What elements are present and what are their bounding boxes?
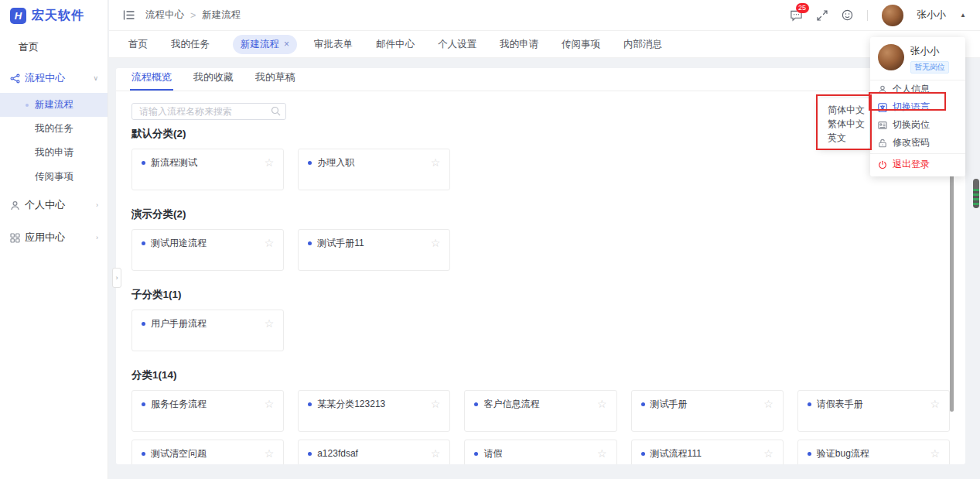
tab-mail-center[interactable]: 邮件中心 bbox=[376, 38, 415, 51]
header-actions: 25 张小小 ▲ bbox=[790, 5, 966, 26]
process-card[interactable]: 请假 ☆ bbox=[464, 440, 616, 464]
favorite-star-icon[interactable]: ☆ bbox=[265, 448, 275, 459]
favorite-star-icon[interactable]: ☆ bbox=[930, 448, 940, 459]
process-bullet-dot bbox=[142, 402, 145, 406]
breadcrumb-separator: > bbox=[190, 10, 196, 21]
tab-approval-forms[interactable]: 审批表单 bbox=[314, 38, 353, 51]
user-avatar[interactable] bbox=[882, 5, 903, 26]
subtab-process-overview[interactable]: 流程概览 bbox=[131, 70, 172, 91]
process-bullet-dot bbox=[308, 452, 312, 456]
lock-icon bbox=[878, 139, 887, 148]
tab-my-tasks[interactable]: 我的任务 bbox=[171, 38, 210, 51]
sidebar-item-new-process[interactable]: 新建流程 bbox=[0, 93, 108, 117]
user-name[interactable]: 张小小 bbox=[917, 9, 947, 22]
process-card[interactable]: 办理入职 ☆ bbox=[298, 149, 450, 190]
scrollbar-thumb[interactable] bbox=[950, 164, 954, 412]
tab-my-applications[interactable]: 我的申请 bbox=[500, 38, 538, 51]
process-card[interactable]: 测试手册 ☆ bbox=[631, 390, 784, 432]
user-avatar bbox=[878, 44, 904, 70]
process-bullet-dot bbox=[308, 161, 312, 165]
process-card[interactable]: 新流程测试 ☆ bbox=[131, 149, 284, 190]
subtab-my-favorites[interactable]: 我的收藏 bbox=[193, 70, 234, 91]
chevron-right-icon: › bbox=[96, 201, 98, 209]
menu-item-switch-language[interactable]: 切换语言 bbox=[870, 98, 965, 116]
process-bullet-dot bbox=[142, 241, 145, 245]
panel-collapse-handle[interactable]: › bbox=[112, 268, 121, 288]
process-card[interactable]: 客户信息流程 ☆ bbox=[464, 390, 616, 432]
menu-item-change-password[interactable]: 修改密码 bbox=[870, 134, 965, 152]
sidebar-item-circulated-items[interactable]: 传阅事项 bbox=[0, 165, 108, 189]
menu-divider bbox=[870, 153, 965, 154]
chevron-down-icon: ∨ bbox=[93, 74, 98, 82]
process-bullet-dot bbox=[641, 452, 645, 456]
sidebar-group-app-center[interactable]: 应用中心 › bbox=[0, 221, 108, 254]
main-area: 流程中心 > 新建流程 25 bbox=[109, 0, 980, 479]
tab-home[interactable]: 首页 bbox=[128, 38, 148, 51]
favorite-star-icon[interactable]: ☆ bbox=[265, 399, 275, 409]
category-section: 子分类1(1) 用户手册流程 ☆ bbox=[131, 288, 950, 351]
favorite-star-icon[interactable]: ☆ bbox=[763, 399, 773, 409]
search-icon[interactable] bbox=[271, 106, 281, 116]
process-card[interactable]: 验证bug流程 ☆ bbox=[797, 440, 950, 464]
language-option-english[interactable]: 英文 bbox=[818, 131, 869, 145]
process-card[interactable]: 测试清空问题 ☆ bbox=[131, 440, 284, 464]
tab-personal-settings[interactable]: 个人设置 bbox=[438, 38, 476, 51]
favorite-star-icon[interactable]: ☆ bbox=[265, 238, 275, 248]
favorite-star-icon[interactable]: ☆ bbox=[431, 448, 441, 459]
user-name: 张小小 bbox=[910, 45, 949, 58]
brand-logo[interactable]: H 宏天软件 bbox=[0, 0, 108, 31]
close-tab-icon[interactable]: × bbox=[284, 39, 289, 49]
menu-fold-icon[interactable] bbox=[123, 10, 135, 20]
process-card[interactable]: a123fdsaf ☆ bbox=[298, 440, 450, 464]
edge-extension-widget[interactable] bbox=[973, 179, 979, 208]
menu-item-logout[interactable]: 退出登录 bbox=[870, 156, 965, 173]
messages-icon[interactable]: 25 bbox=[790, 9, 803, 22]
favorite-star-icon[interactable]: ☆ bbox=[431, 157, 441, 168]
process-bullet-dot bbox=[808, 452, 811, 456]
sidebar-item-label: 我的任务 bbox=[35, 122, 73, 135]
theme-icon[interactable] bbox=[842, 9, 853, 21]
search-input[interactable] bbox=[131, 103, 286, 120]
favorite-star-icon[interactable]: ☆ bbox=[431, 238, 441, 248]
process-card[interactable]: 测试手册11 ☆ bbox=[298, 229, 450, 271]
fullscreen-icon[interactable] bbox=[817, 10, 828, 21]
menu-item-profile[interactable]: 个人信息 bbox=[870, 80, 965, 98]
sidebar-item-my-tasks[interactable]: 我的任务 bbox=[0, 117, 108, 141]
tab-new-process[interactable]: 新建流程 × bbox=[233, 35, 297, 54]
process-card[interactable]: 测试流程111 ☆ bbox=[631, 440, 784, 464]
favorite-star-icon[interactable]: ☆ bbox=[597, 399, 607, 409]
language-option-traditional-chinese[interactable]: 繁体中文 bbox=[818, 117, 869, 131]
process-card[interactable]: 用户手册流程 ☆ bbox=[131, 310, 284, 351]
category-title: 演示分类(2) bbox=[131, 207, 950, 221]
favorite-star-icon[interactable]: ☆ bbox=[265, 318, 275, 329]
process-bullet-dot bbox=[474, 402, 478, 406]
menu-item-switch-position[interactable]: 切换岗位 bbox=[870, 116, 965, 134]
breadcrumb-parent[interactable]: 流程中心 bbox=[145, 9, 184, 22]
process-bullet-dot bbox=[142, 322, 145, 326]
sidebar-group-process-center[interactable]: 流程中心 ∨ bbox=[0, 63, 108, 93]
language-option-simplified-chinese[interactable]: 简体中文 bbox=[818, 103, 869, 117]
process-bullet-dot bbox=[808, 402, 811, 406]
process-card[interactable]: 服务任务流程 ☆ bbox=[131, 390, 284, 432]
brand-logo-icon: H bbox=[10, 8, 26, 24]
favorite-star-icon[interactable]: ☆ bbox=[930, 399, 940, 409]
tab-internal-messages[interactable]: 内部消息 bbox=[623, 38, 662, 51]
sidebar-group-personal-center[interactable]: 个人中心 › bbox=[0, 189, 108, 221]
process-bullet-dot bbox=[308, 241, 312, 245]
process-card[interactable]: 某某分类123213 ☆ bbox=[298, 390, 450, 432]
favorite-star-icon[interactable]: ☆ bbox=[763, 448, 773, 459]
message-count-badge: 25 bbox=[796, 3, 809, 13]
process-card-title: 客户信息流程 bbox=[483, 399, 597, 410]
favorite-star-icon[interactable]: ☆ bbox=[597, 448, 607, 459]
process-bullet-dot bbox=[142, 161, 145, 165]
process-card[interactable]: 请假表手册 ☆ bbox=[797, 390, 950, 432]
favorite-star-icon[interactable]: ☆ bbox=[265, 157, 275, 168]
id-badge-icon bbox=[878, 121, 887, 130]
favorite-star-icon[interactable]: ☆ bbox=[431, 399, 441, 409]
process-bullet-dot bbox=[308, 402, 312, 406]
subtab-my-drafts[interactable]: 我的草稿 bbox=[255, 70, 295, 91]
tab-circulated-items[interactable]: 传阅事项 bbox=[562, 38, 600, 51]
sidebar-item-my-applications[interactable]: 我的申请 bbox=[0, 141, 108, 165]
process-card[interactable]: 测试用途流程 ☆ bbox=[131, 229, 284, 271]
sidebar-item-home[interactable]: 首页 bbox=[0, 31, 108, 63]
